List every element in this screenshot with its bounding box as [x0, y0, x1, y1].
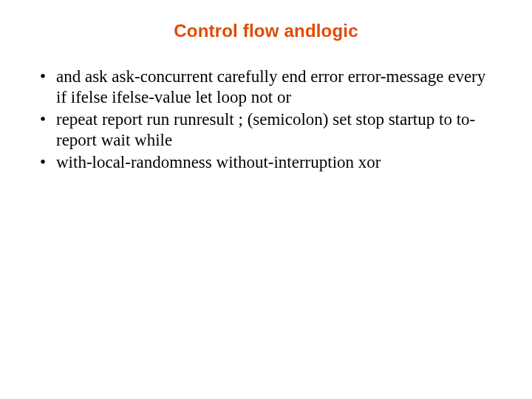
- list-item: repeat report run runresult ; (semicolon…: [56, 109, 492, 151]
- list-item: and ask ask-concurrent carefully end err…: [56, 66, 492, 108]
- list-item-text: with-local-randomness without-interrupti…: [56, 153, 381, 171]
- bullet-list: and ask ask-concurrent carefully end err…: [35, 66, 497, 173]
- slide-title: Control flow andlogic: [35, 21, 497, 41]
- list-item-text: repeat report run runresult ; (semicolon…: [56, 110, 475, 149]
- list-item-text: and ask ask-concurrent carefully end err…: [56, 67, 485, 106]
- slide: Control flow andlogic and ask ask-concur…: [0, 0, 532, 399]
- list-item: with-local-randomness without-interrupti…: [56, 152, 492, 173]
